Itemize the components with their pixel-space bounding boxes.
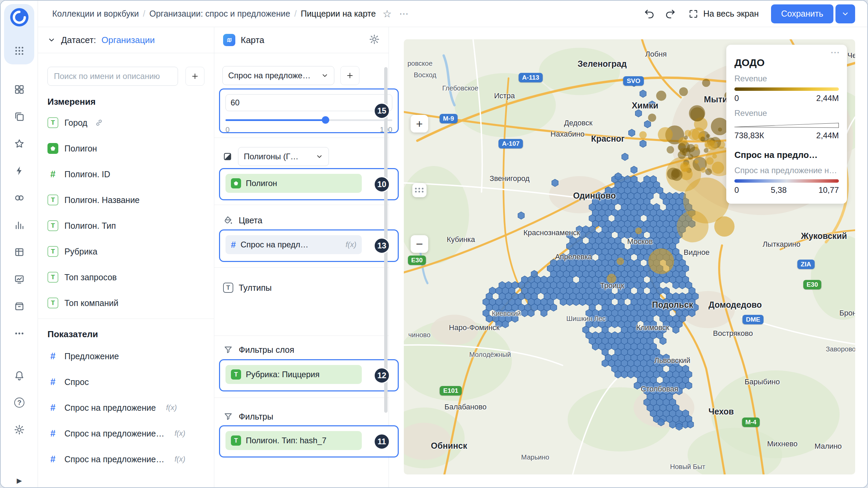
more-actions-icon[interactable]: ⋯ [399, 8, 410, 19]
number-field-icon: # [47, 351, 58, 362]
collapse-panel-icon[interactable]: ▶ [1, 476, 38, 485]
chart-filter-label: Полигон. Тип: hash_7 [246, 436, 327, 445]
demand-mid: 5,38 [771, 185, 787, 195]
map-area: ровскоеВосходГлебовскоеЗеленоградЛобняПу… [389, 27, 867, 487]
favorite-star-icon[interactable]: ☆ [382, 8, 392, 20]
field-item[interactable]: #Предложение [38, 343, 214, 369]
colors-chip-label: Спрос на предл… [240, 240, 308, 249]
annotation-badge-10: 10 [374, 176, 390, 192]
connections-icon[interactable] [1, 184, 38, 211]
save-menu-button[interactable] [835, 4, 855, 23]
plus-icon [346, 72, 354, 80]
add-field-button[interactable] [185, 67, 204, 86]
link-icon [94, 119, 103, 127]
field-item[interactable]: #Спрос на предложениеf(x) [38, 395, 214, 421]
field-label: Спрос на предложение… [64, 454, 164, 464]
filters-title: Фильтры [239, 412, 273, 422]
field-item[interactable]: #Спрос на предложение…f(x) [38, 421, 214, 446]
opacity-slider[interactable] [225, 117, 392, 123]
dataset-name-link[interactable]: Организации [101, 35, 155, 45]
gear-icon[interactable] [369, 34, 380, 46]
plus-icon: + [416, 117, 423, 130]
opacity-input[interactable] [225, 94, 392, 111]
size-ramp [734, 123, 839, 128]
help-icon[interactable]: ? [1, 389, 38, 416]
formula-badge: f(x) [175, 429, 185, 438]
layer-filter-label: Рубрика: Пиццерия [246, 370, 319, 379]
chart-filter-chip[interactable]: T Полигон. Тип: hash_7 [225, 431, 362, 450]
field-item[interactable]: TПолигон. Название [38, 187, 214, 213]
revenue-max: 2,44M [816, 94, 839, 103]
redo-icon[interactable] [665, 8, 677, 20]
fullscreen-button[interactable]: На весь экран [688, 9, 759, 19]
field-item[interactable]: TТоп компаний [38, 290, 214, 316]
settings-icon[interactable] [1, 416, 38, 443]
field-item[interactable]: TРубрика [38, 239, 214, 264]
number-field-icon: # [47, 377, 58, 387]
editor-icon[interactable] [1, 266, 38, 293]
legend-menu-icon[interactable]: ⋯ [830, 47, 841, 58]
breadcrumb-collections[interactable]: Коллекции и воркбуки [52, 9, 139, 19]
search-input[interactable] [47, 67, 178, 86]
geotype-value: Полигоны (Г… [244, 152, 298, 161]
field-item[interactable]: #Полигон. ID [38, 161, 214, 187]
favorites-icon[interactable] [1, 130, 38, 157]
zoom-in-button[interactable]: + [411, 115, 428, 133]
field-label: Спрос [64, 377, 89, 387]
geotype-select[interactable]: Полигоны (Г… [238, 147, 329, 166]
polygon-field-chip[interactable]: Полигон [225, 174, 362, 193]
apps-menu-icon[interactable] [1, 37, 38, 64]
layer-filter-group: T Рубрика: Пиццерия 12 [219, 359, 399, 391]
dataset-header[interactable]: Датасет: Организации [38, 27, 214, 53]
datalens-logo-icon[interactable] [9, 7, 29, 27]
dataset-panel: Датасет: Организации Измерения TГородПол… [38, 27, 214, 487]
field-label: Предложение [64, 351, 119, 361]
field-item[interactable]: TПолигон. Тип [38, 213, 214, 239]
measures-list: #Предложение#Спрос#Спрос на предложениеf… [38, 343, 214, 472]
breadcrumb-workbook[interactable]: Организации: спрос и предложение [149, 9, 290, 19]
ruler-tool-button[interactable] [412, 183, 427, 197]
colors-field-group: # Спрос на предл… f(x) 13 [219, 229, 399, 262]
layer-filter-chip[interactable]: T Рубрика: Пиццерия [225, 365, 362, 384]
field-label: Рубрика [64, 247, 97, 257]
add-layer-button[interactable] [340, 66, 359, 85]
plus-icon [191, 72, 199, 80]
notifications-icon[interactable] [1, 362, 38, 389]
text-field-icon: T [47, 220, 58, 231]
charts-icon[interactable] [1, 211, 38, 239]
chart-config-panel: Карта Спрос на предложе… 0 100 [214, 27, 389, 487]
slider-knob[interactable] [322, 116, 329, 124]
opacity-control-group: 0 100 15 [219, 88, 399, 133]
app-window: ? ▶ Коллекции и воркбуки / Организации: … [0, 0, 868, 488]
save-button[interactable]: Сохранить [771, 4, 833, 23]
divider [38, 319, 214, 319]
functions-icon[interactable] [1, 157, 38, 184]
map-canvas[interactable]: ровскоеВосходГлебовскоеЗеленоградЛобняПу… [404, 39, 855, 474]
annotation-badge-12: 12 [374, 367, 390, 384]
colors-field-chip[interactable]: # Спрос на предл… f(x) [225, 235, 362, 254]
demand-title: Спрос на предло… [734, 150, 839, 160]
slider-min: 0 [225, 125, 230, 134]
dashboards-icon[interactable] [1, 76, 38, 103]
field-item[interactable]: TГород [38, 110, 214, 136]
ruler-icon [415, 188, 424, 192]
zoom-out-button[interactable]: − [411, 235, 428, 253]
dimensions-list: TГородПолигон#Полигон. IDTПолигон. Назва… [38, 110, 214, 316]
field-item[interactable]: Полигон [38, 136, 214, 161]
legend-title: ДОДО [734, 57, 839, 68]
undo-icon[interactable] [644, 8, 656, 20]
number-field-icon: # [47, 169, 58, 180]
field-item[interactable]: #Спрос на предложение…f(x) [38, 446, 214, 472]
topbar: Коллекции и воркбуки / Организации: спро… [38, 1, 867, 27]
size-max: 2,44M [816, 131, 839, 140]
layer-measure-select[interactable]: Спрос на предложе… [222, 66, 334, 85]
more-icon[interactable] [1, 320, 38, 347]
field-item[interactable]: #Спрос [38, 369, 214, 395]
field-item[interactable]: TТоп запросов [38, 264, 214, 290]
storage-icon[interactable] [1, 293, 38, 320]
workbooks-icon[interactable] [1, 103, 38, 130]
demand-min: 0 [734, 185, 739, 195]
text-field-icon: T [231, 435, 241, 446]
formula-badge: f(x) [346, 240, 356, 249]
datasets-icon[interactable] [1, 239, 38, 266]
